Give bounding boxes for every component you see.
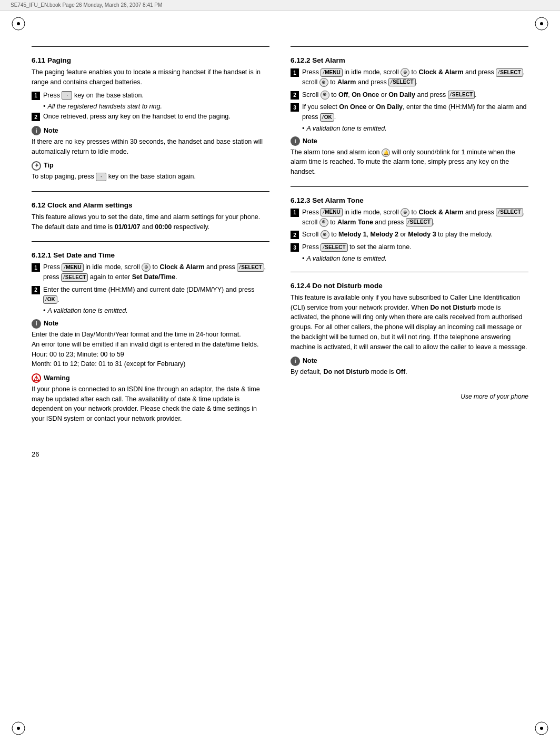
divider-611 [32, 46, 269, 47]
select-btn-6122b: /SELECT [388, 78, 415, 86]
key-dot-icon: · [62, 91, 72, 100]
note-6121: i Note Enter the date in Day/Month/Year … [32, 319, 269, 369]
step-6123-3: 3 Press /SELECT to set the alarm tone. [291, 242, 528, 252]
step-6121-2-text: Enter the current time (HH:MM) and curre… [43, 285, 269, 305]
divider-6122 [291, 46, 528, 47]
step-badge-6121-1: 1 [32, 263, 40, 272]
note-6124: i Note By default, Do not Disturb mode i… [291, 356, 528, 377]
select-btn-6123a: /SELECT [496, 208, 523, 216]
svg-point-7 [540, 727, 543, 730]
ok-btn: /OK [43, 295, 57, 304]
heading-6123: 6.12.3 Set Alarm Tone [291, 196, 528, 204]
step-6121-1: 1 Press /MENU in idle mode, scroll ⊕ to … [32, 262, 269, 282]
note-6122-text: The alarm tone and alarm icon 🔔 will onl… [291, 147, 528, 177]
step-6121-2: 2 Enter the current time (HH:MM) and cur… [32, 285, 269, 305]
step-6123-1: 1 Press /MENU in idle mode, scroll ⊕ to … [291, 207, 528, 227]
left-column: 6.11 Paging The paging feature enables y… [32, 37, 269, 458]
key-dot-tip: · [96, 173, 106, 181]
ok-btn-6122: /OK [320, 113, 334, 122]
step-badge-6122-2: 2 [291, 91, 299, 100]
alarm-icon: 🔔 [382, 149, 390, 157]
intro-611: The paging feature enables you to locate… [32, 67, 269, 87]
footer-row: 26 [32, 440, 269, 458]
divider-612 [32, 191, 269, 192]
footer-row-right: Use more of your phone [291, 393, 528, 400]
step-611-1-sub: All the registered handsets start to rin… [43, 103, 269, 110]
note-icon-6124: i [291, 357, 300, 366]
svg-point-3 [540, 22, 543, 25]
tip-611-text: To stop paging, press · key on the base … [32, 172, 269, 182]
step-6123-3-sub: A validation tone is emitted. [302, 255, 528, 262]
step-6122-2-text: Scroll ⊕ to Off, On Once or On Daily and… [302, 90, 528, 100]
divider-6124 [291, 272, 528, 272]
corner-decoration-bl [11, 720, 26, 736]
step-badge-6122-3: 3 [291, 103, 299, 112]
divider-6121 [32, 241, 269, 242]
select-btn-6123b: /SELECT [406, 218, 433, 226]
scroll-icon-6122a: ⊕ [401, 68, 409, 77]
note-6124-text: By default, Do not Disturb mode is Off. [291, 367, 528, 377]
step-badge-6123-2: 2 [291, 231, 299, 239]
intro-6124: This feature is available only if you ha… [291, 293, 528, 352]
header-text: SE745_IFU_EN.book Page 26 Monday, March … [11, 2, 162, 8]
two-column-layout: 6.11 Paging The paging feature enables y… [32, 37, 528, 458]
step-611-1-text: Press · key on the base station. [43, 91, 269, 101]
corner-decoration-tr [534, 16, 549, 32]
menu-btn-6123: /MENU [321, 208, 342, 216]
scroll-icon-1: ⊕ [142, 263, 151, 272]
main-content: 6.11 Paging The paging feature enables y… [0, 11, 560, 490]
step-611-1: 1 Press · key on the base station. [32, 91, 269, 101]
footer-text: Use more of your phone [461, 393, 528, 400]
select-btn-2: /SELECT [61, 273, 88, 282]
heading-6121: 6.12.1 Set Date and Time [32, 251, 269, 259]
step-611-2: 2 Once retrieved, press any key on the h… [32, 112, 269, 122]
step-6123-3-text: Press /SELECT to set the alarm tone. [302, 242, 528, 252]
select-btn-6123c: /SELECT [321, 243, 347, 252]
tip-611: ✦ Tip To stop paging, press · key on the… [32, 161, 269, 182]
select-btn-6122c: /SELECT [448, 91, 475, 99]
select-btn-6122a: /SELECT [496, 68, 523, 77]
note-icon-6122: i [291, 136, 300, 146]
select-btn-1: /SELECT [237, 263, 264, 272]
step-6121-1-text: Press /MENU in idle mode, scroll ⊕ to Cl… [43, 262, 269, 282]
corner-decoration-tl [11, 16, 26, 32]
scroll-icon-6123c: ⊕ [321, 230, 329, 239]
note-icon-6121: i [32, 319, 41, 329]
step-6123-2: 2 Scroll ⊕ to Melody 1, Melody 2 or Melo… [291, 230, 528, 240]
svg-point-1 [17, 22, 20, 25]
warning-icon-6121: ⚠ [32, 373, 41, 383]
step-6121-2-sub: A validation tone is emitted. [43, 307, 269, 314]
note-icon-611: i [32, 126, 41, 135]
scroll-icon-6122c: ⊕ [321, 91, 329, 100]
step-6122-3: 3 If you select On Once or On Daily, ent… [291, 102, 528, 122]
step-6123-2-text: Scroll ⊕ to Melody 1, Melody 2 or Melody… [302, 230, 528, 240]
scroll-icon-6123a: ⊕ [401, 208, 409, 217]
scroll-icon-6123b: ⊕ [319, 218, 328, 227]
scroll-icon-6122b: ⊕ [319, 78, 328, 87]
step-6122-1: 1 Press /MENU in idle mode, scroll ⊕ to … [291, 67, 528, 87]
step-6123-1-text: Press /MENU in idle mode, scroll ⊕ to Cl… [302, 207, 528, 227]
page-container: SE745_IFU_EN.book Page 26 Monday, March … [0, 0, 560, 752]
step-6122-2: 2 Scroll ⊕ to Off, On Once or On Daily a… [291, 90, 528, 100]
page-number: 26 [32, 450, 39, 458]
step-badge-2: 2 [32, 113, 40, 121]
svg-point-5 [17, 727, 20, 730]
intro-612: This feature allows you to set the date,… [32, 212, 269, 232]
note-6121-text: Enter the date in Day/Month/Year format … [32, 330, 269, 369]
note-611-text: If there are no key presses within 30 se… [32, 137, 269, 157]
warning-6121-text: If your phone is connected to an ISDN li… [32, 384, 269, 424]
corner-decoration-br [534, 720, 549, 736]
header-bar: SE745_IFU_EN.book Page 26 Monday, March … [0, 0, 560, 11]
heading-6122: 6.12.2 Set Alarm [291, 56, 528, 64]
step-badge-6123-3: 3 [291, 243, 299, 252]
menu-btn: /MENU [62, 263, 83, 272]
step-badge-6123-1: 1 [291, 209, 299, 217]
step-611-2-text: Once retrieved, press any key on the han… [43, 112, 269, 122]
step-6122-3-text: If you select On Once or On Daily, enter… [302, 102, 528, 122]
step-badge-6121-2: 2 [32, 286, 40, 294]
menu-btn-6122: /MENU [321, 68, 342, 77]
step-6122-3-sub: A validation tone is emitted. [302, 125, 528, 132]
step-badge-6122-1: 1 [291, 68, 299, 77]
right-column: 6.12.2 Set Alarm 1 Press /MENU in idle m… [291, 37, 528, 458]
note-6122: i Note The alarm tone and alarm icon 🔔 w… [291, 136, 528, 177]
